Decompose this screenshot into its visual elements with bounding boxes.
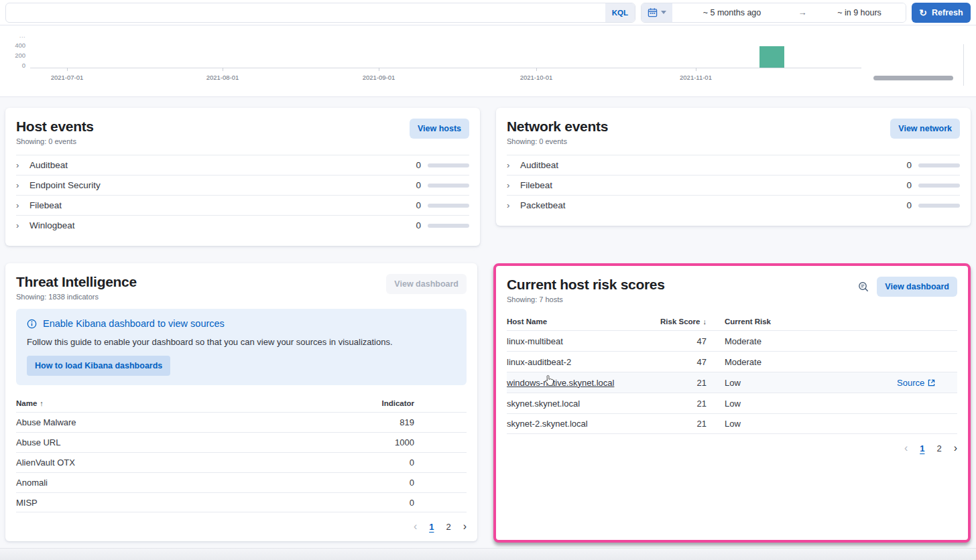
histogram-bar[interactable]	[759, 46, 784, 68]
calendar-dropdown-button[interactable]	[642, 3, 672, 22]
page-1-button[interactable]: 1	[920, 443, 924, 453]
current-risk: Low	[725, 378, 897, 388]
callout-title-link[interactable]: Enable Kibana dashboard to view sources	[27, 318, 456, 329]
scrollbar-thumb[interactable]	[873, 76, 953, 80]
refresh-button[interactable]: ↻ Refresh	[912, 3, 971, 23]
progress-track	[918, 204, 960, 208]
threat-intelligence-table: Name↑ Indicator Abuse Malware 819 Abuse …	[16, 395, 467, 512]
view-hosts-button[interactable]: View hosts	[410, 119, 469, 139]
view-dashboard-button-disabled[interactable]: View dashboard	[386, 274, 467, 294]
page-prev-button[interactable]: ‹	[414, 520, 417, 533]
query-toolbar: KQL ~ 5 months ago → ~ in 9 hours ↻ Refr…	[0, 0, 976, 25]
callout-body-text: Follow this guide to enable your dashboa…	[27, 337, 456, 347]
event-count: 0	[906, 160, 912, 170]
how-to-load-dashboards-button[interactable]: How to load Kibana dashboards	[27, 356, 170, 376]
host-risk-title: Current host risk scores	[507, 277, 665, 293]
calendar-icon	[648, 7, 658, 17]
host-events-showing: Showing: 0 events	[16, 137, 94, 145]
y-axis-label: 200	[1, 52, 25, 59]
event-count: 0	[416, 160, 421, 170]
chart-right-divider	[963, 44, 964, 86]
host-name[interactable]: skynet.skynet.local	[507, 399, 646, 409]
network-events-showing: Showing: 0 events	[507, 137, 608, 145]
host-events-row-winlogbeat[interactable]: › Winlogbeat 0	[16, 215, 469, 235]
view-network-button[interactable]: View network	[890, 119, 960, 139]
progress-track	[428, 184, 469, 188]
indicator-count: 1000	[359, 437, 467, 447]
x-axis-label: 2021-10-01	[508, 74, 564, 81]
refresh-label: Refresh	[932, 8, 963, 17]
page-prev-button[interactable]: ‹	[904, 442, 908, 454]
column-header-indicator[interactable]: Indicator	[359, 399, 467, 407]
event-count: 0	[906, 180, 912, 190]
host-events-row-endpoint-security[interactable]: › Endpoint Security 0	[16, 175, 469, 195]
arrow-right-icon: →	[792, 3, 813, 22]
source-link[interactable]: Source	[897, 378, 935, 388]
table-row: AlienVault OTX 0	[16, 452, 467, 472]
risk-score: 21	[646, 399, 725, 409]
network-events-row-auditbeat[interactable]: › Auditbeat 0	[507, 155, 960, 175]
dashboard-body: Host events Showing: 0 events View hosts…	[0, 97, 976, 543]
chevron-right-icon[interactable]: ›	[507, 200, 520, 210]
host-name-link[interactable]: windows-native.skynet.local	[507, 378, 614, 388]
info-icon	[27, 319, 37, 329]
enable-dashboard-callout: Enable Kibana dashboard to view sources …	[16, 309, 467, 385]
inspect-button[interactable]	[858, 281, 869, 292]
host-name[interactable]: skynet-2.skynet.local	[507, 419, 646, 429]
indicator-count: 0	[359, 458, 467, 468]
table-row-hovered: windows-native.skynet.local 21 Low Sourc…	[507, 372, 957, 393]
table-row: Abuse URL 1000	[16, 432, 467, 452]
host-risk-showing: Showing: 7 hosts	[507, 295, 665, 303]
host-events-panel: Host events Showing: 0 events View hosts…	[5, 108, 480, 246]
current-risk: Moderate	[725, 336, 897, 346]
host-events-row-auditbeat[interactable]: › Auditbeat 0	[16, 155, 469, 175]
progress-track	[918, 184, 960, 188]
page-1-button[interactable]: 1	[429, 522, 434, 532]
column-header-risk-score[interactable]: Risk Score↓	[646, 318, 725, 326]
indicator-count: 0	[359, 498, 467, 508]
table-row: MISP 0	[16, 492, 467, 512]
network-events-row-filebeat[interactable]: › Filebeat 0	[507, 175, 960, 195]
sort-desc-icon: ↓	[703, 318, 707, 326]
column-header-host-name[interactable]: Host Name	[507, 318, 646, 326]
start-date-button[interactable]: ~ 5 months ago	[672, 3, 792, 22]
host-risk-scores-panel: Current host risk scores Showing: 7 host…	[493, 263, 971, 543]
host-name[interactable]: linux-multibeat	[507, 336, 646, 346]
table-row: Abuse Malware 819	[16, 412, 467, 432]
search-input[interactable]: KQL	[5, 3, 635, 23]
table-row: linux-multibeat 47 Moderate	[507, 330, 957, 351]
chevron-right-icon[interactable]: ›	[16, 220, 29, 230]
end-date-button[interactable]: ~ in 9 hours	[813, 3, 906, 22]
threat-intelligence-pagination: ‹ 1 2 ›	[16, 520, 467, 533]
chevron-right-icon[interactable]: ›	[16, 160, 29, 170]
column-header-name[interactable]: Name↑	[16, 399, 359, 407]
x-axis-label: 2021-11-01	[668, 74, 724, 81]
date-range-picker: ~ 5 months ago → ~ in 9 hours	[641, 3, 906, 23]
bottom-strip	[0, 548, 976, 560]
page-next-button[interactable]: ›	[954, 442, 957, 454]
view-dashboard-button[interactable]: View dashboard	[877, 277, 957, 297]
y-axis-label: 0	[1, 62, 25, 69]
host-events-row-filebeat[interactable]: › Filebeat 0	[16, 195, 469, 215]
threat-intelligence-panel: Threat Intelligence Showing: 1838 indica…	[5, 263, 477, 541]
chevron-right-icon[interactable]: ›	[16, 200, 29, 210]
table-row: linux-auditbeat-2 47 Moderate	[507, 351, 957, 372]
page-next-button[interactable]: ›	[463, 520, 467, 533]
source-name: MISP	[16, 498, 359, 508]
page-2-button[interactable]: 2	[936, 443, 941, 453]
chevron-right-icon[interactable]: ›	[507, 160, 520, 170]
x-axis-label: 2021-08-01	[194, 74, 251, 81]
kql-button[interactable]: KQL	[605, 3, 635, 22]
network-events-row-packetbeat[interactable]: › Packetbeat 0	[507, 195, 960, 215]
risk-score: 47	[646, 357, 725, 367]
chevron-right-icon[interactable]: ›	[507, 180, 520, 190]
page-2-button[interactable]: 2	[446, 522, 450, 532]
chevron-right-icon[interactable]: ›	[16, 180, 29, 190]
host-risk-pagination: ‹ 1 2 ›	[507, 442, 957, 454]
source-name: AlienVault OTX	[16, 458, 359, 468]
progress-track	[428, 163, 469, 167]
host-name[interactable]: linux-auditbeat-2	[507, 357, 646, 367]
x-axis-label: 2021-07-01	[39, 74, 95, 81]
column-header-current-risk[interactable]: Current Risk	[725, 318, 897, 326]
source-name: Abuse URL	[16, 437, 359, 447]
